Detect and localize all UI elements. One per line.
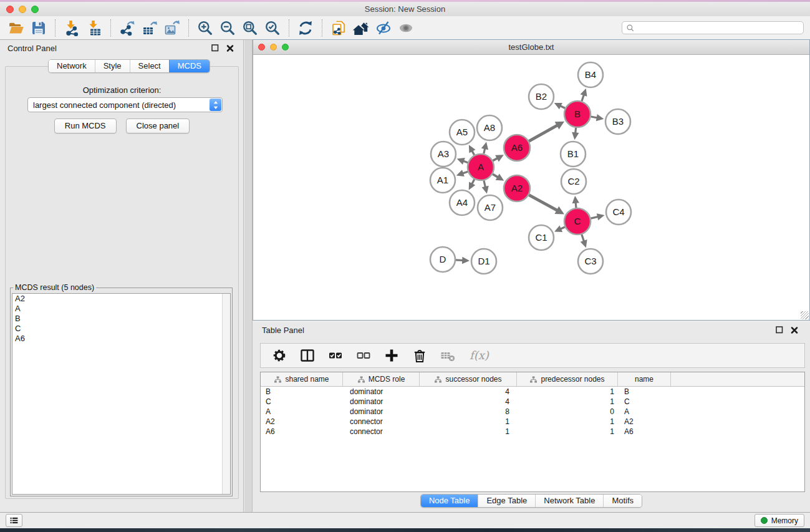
graph-node-A6[interactable]: A6 bbox=[504, 135, 530, 161]
graph-edge-B-B1[interactable] bbox=[572, 128, 579, 140]
table-row[interactable]: Bdominator41B bbox=[261, 387, 804, 397]
graph-edge-A6-B[interactable] bbox=[529, 122, 564, 142]
graph-edge-C-C2[interactable] bbox=[572, 196, 579, 208]
graph-node-D[interactable]: D bbox=[430, 247, 455, 272]
column-header-mcds-role[interactable]: MCDS role bbox=[343, 372, 420, 386]
tab-network-table[interactable]: Network Table bbox=[535, 495, 603, 507]
mcds-result-list[interactable]: A2ABCA6 bbox=[12, 293, 231, 495]
apply-layout-button[interactable] bbox=[294, 19, 317, 37]
network-canvas[interactable]: B4B2BB3A8A5A6A3B1AA1C2A2A4A7C4CC1DD1C3 bbox=[253, 55, 809, 320]
resize-grip[interactable] bbox=[801, 311, 809, 319]
control-panel-close-button[interactable] bbox=[226, 43, 236, 53]
table-panel-float-button[interactable] bbox=[775, 325, 785, 335]
export-network-button[interactable] bbox=[116, 19, 138, 37]
graph-edge-C-C3[interactable] bbox=[581, 235, 587, 248]
table-row[interactable]: A2connector11A2 bbox=[261, 417, 804, 427]
import-network-button[interactable] bbox=[60, 19, 83, 37]
list-scrollbar[interactable] bbox=[222, 294, 230, 494]
table-options-button[interactable] bbox=[270, 346, 289, 365]
graph-edge-C-C4[interactable] bbox=[591, 213, 604, 220]
open-file-button[interactable] bbox=[5, 19, 27, 37]
graph-edge-B-B3[interactable] bbox=[591, 114, 604, 121]
graph-node-A8[interactable]: A8 bbox=[477, 115, 502, 140]
graph-edge-A2-C[interactable] bbox=[529, 195, 564, 215]
graph-edge-A-A3[interactable] bbox=[457, 158, 468, 165]
select-all-button[interactable] bbox=[326, 346, 345, 365]
criterion-select[interactable]: largest connected component (directed) bbox=[27, 97, 223, 112]
graph-node-A[interactable]: A bbox=[468, 154, 494, 180]
run-mcds-button[interactable]: Run MCDS bbox=[54, 118, 117, 133]
table-row[interactable]: Adominator80A bbox=[261, 407, 804, 417]
graph-node-A5[interactable]: A5 bbox=[450, 120, 475, 145]
graph-node-B1[interactable]: B1 bbox=[561, 142, 586, 167]
graph-node-C[interactable]: C bbox=[564, 208, 591, 235]
tab-select[interactable]: Select bbox=[130, 60, 169, 72]
graph-node-B3[interactable]: B3 bbox=[605, 109, 630, 134]
network-window-titlebar[interactable]: testGlobe.txt bbox=[253, 40, 809, 55]
memory-button[interactable]: Memory bbox=[755, 514, 804, 527]
graph-edge-A-A2[interactable] bbox=[493, 173, 504, 180]
zoom-in-button[interactable] bbox=[194, 19, 216, 37]
graph-node-C4[interactable]: C4 bbox=[606, 200, 631, 225]
graph-node-A1[interactable]: A1 bbox=[430, 168, 455, 193]
hide-selected-button[interactable] bbox=[372, 19, 395, 37]
graph-edge-B-B2[interactable] bbox=[554, 103, 565, 109]
deselect-all-button[interactable] bbox=[354, 346, 373, 365]
zoom-out-button[interactable] bbox=[216, 19, 239, 37]
graph-node-A4[interactable]: A4 bbox=[450, 190, 475, 215]
graph-node-C1[interactable]: C1 bbox=[529, 225, 554, 250]
mcds-result-item[interactable]: A6 bbox=[12, 334, 230, 344]
graph-node-A2[interactable]: A2 bbox=[504, 175, 530, 201]
graph-node-A3[interactable]: A3 bbox=[431, 142, 456, 167]
graph-edge-A-A5[interactable] bbox=[469, 145, 476, 155]
graph-edge-A-A1[interactable] bbox=[456, 170, 468, 177]
app-titlebar[interactable]: Session: New Session bbox=[0, 2, 810, 16]
table-row[interactable]: A6connector11A6 bbox=[261, 427, 804, 437]
home-button[interactable] bbox=[350, 19, 372, 37]
tab-network[interactable]: Network bbox=[49, 60, 95, 72]
graph-node-A7[interactable]: A7 bbox=[478, 195, 503, 220]
graph-edge-C-C1[interactable] bbox=[554, 226, 565, 232]
graph-node-C2[interactable]: C2 bbox=[561, 169, 586, 194]
search-box[interactable] bbox=[622, 21, 804, 34]
import-table-button[interactable] bbox=[83, 19, 105, 37]
add-column-button[interactable] bbox=[382, 346, 401, 365]
graph-node-C3[interactable]: C3 bbox=[578, 249, 603, 274]
tab-node-table[interactable]: Node Table bbox=[421, 495, 478, 507]
export-table-button[interactable] bbox=[138, 19, 161, 37]
tab-motifs[interactable]: Motifs bbox=[603, 495, 642, 507]
tab-edge-table[interactable]: Edge Table bbox=[478, 495, 535, 507]
export-image-button[interactable] bbox=[161, 19, 183, 37]
table-panel-close-button[interactable] bbox=[790, 325, 800, 335]
mcds-result-item[interactable]: C bbox=[12, 324, 230, 334]
column-header-name[interactable]: name bbox=[618, 372, 671, 386]
task-history-button[interactable] bbox=[6, 514, 22, 527]
mcds-result-item[interactable]: A bbox=[12, 304, 230, 314]
column-header-predecessor-nodes[interactable]: predecessor nodes bbox=[517, 372, 618, 386]
column-header-shared-name[interactable]: shared name bbox=[261, 372, 343, 386]
control-panel-float-button[interactable] bbox=[211, 43, 221, 53]
show-columns-button[interactable] bbox=[298, 346, 317, 365]
mcds-result-item[interactable]: A2 bbox=[12, 294, 230, 304]
tab-style[interactable]: Style bbox=[95, 60, 130, 72]
close-mcds-panel-button[interactable]: Close panel bbox=[126, 118, 190, 133]
graph-edge-B-B4[interactable] bbox=[581, 89, 587, 101]
delete-columns-button[interactable] bbox=[410, 346, 429, 365]
column-header-successor-nodes[interactable]: successor nodes bbox=[420, 372, 517, 386]
graph-edge-D-D1[interactable] bbox=[456, 257, 470, 264]
graph-edge-A-A6[interactable] bbox=[493, 155, 503, 162]
graph-node-B4[interactable]: B4 bbox=[578, 62, 603, 87]
graph-edge-A-A8[interactable] bbox=[481, 142, 488, 153]
graph-node-B[interactable]: B bbox=[564, 101, 591, 127]
network-graph[interactable]: B4B2BB3A8A5A6A3B1AA1C2A2A4A7C4CC1DD1C3 bbox=[253, 55, 809, 320]
mcds-result-item[interactable]: B bbox=[12, 314, 230, 324]
zoom-selected-button[interactable] bbox=[261, 19, 284, 37]
graph-edge-A-A4[interactable] bbox=[469, 179, 476, 190]
graph-edge-A-A7[interactable] bbox=[482, 180, 489, 193]
clone-network-button[interactable] bbox=[327, 19, 350, 37]
save-session-button[interactable] bbox=[27, 19, 50, 37]
search-input[interactable] bbox=[637, 24, 799, 32]
zoom-fit-button[interactable] bbox=[239, 19, 261, 37]
graph-node-B2[interactable]: B2 bbox=[529, 84, 554, 109]
graph-node-D1[interactable]: D1 bbox=[471, 249, 496, 274]
